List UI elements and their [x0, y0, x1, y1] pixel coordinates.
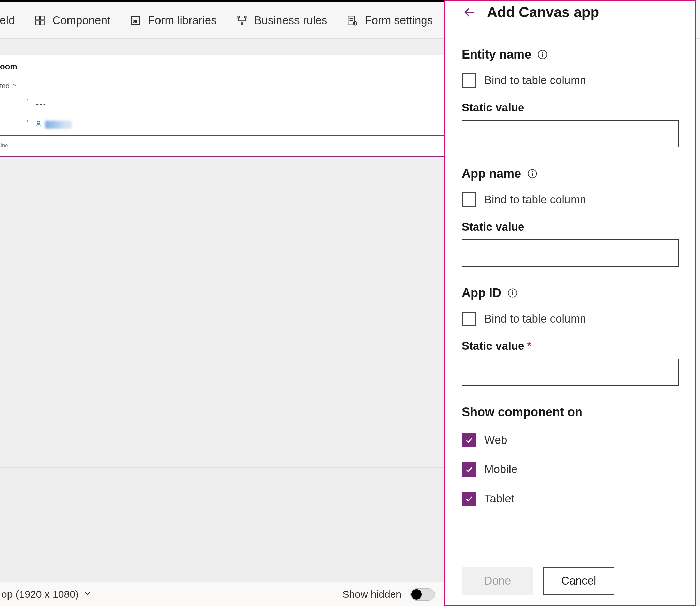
form-designer-toolbar: ield Component JS Form libraries [0, 2, 444, 39]
checkbox-unchecked[interactable] [462, 192, 476, 207]
person-icon [35, 120, 42, 129]
appid-static-input[interactable] [462, 359, 679, 386]
toolbar-business-rules[interactable]: Business rules [226, 2, 337, 38]
show-on-web-row[interactable]: Web [462, 433, 679, 447]
entity-static-input[interactable] [462, 120, 679, 147]
viewport-selector[interactable]: op (1920 x 1080) [1, 589, 92, 600]
field-type-hint: gle-line [0, 142, 9, 149]
svg-rect-2 [36, 21, 40, 25]
svg-point-13 [37, 121, 40, 124]
entity-name-heading: Entity name [462, 47, 531, 62]
svg-rect-0 [36, 16, 40, 20]
svg-point-12 [354, 21, 357, 25]
toolbar-form-settings[interactable]: Form settings [337, 2, 442, 38]
svg-rect-1 [41, 16, 44, 20]
checkbox-checked[interactable] [462, 433, 476, 447]
section-subheader-text: ted [0, 82, 10, 90]
app-id-block: App ID Bind to table column Static value… [462, 286, 679, 386]
appid-static-label: Static value* [462, 340, 679, 353]
svg-point-17 [542, 52, 543, 53]
back-arrow-icon[interactable] [462, 4, 477, 20]
appname-static-label: Static value [462, 220, 679, 233]
appid-bind-label: Bind to table column [484, 312, 586, 325]
form-canvas: oom ted * --- * gle-li [0, 55, 444, 157]
field-value-placeholder: --- [36, 141, 47, 150]
svg-point-20 [532, 171, 533, 172]
component-icon [34, 14, 46, 27]
panel-footer: Done Cancel [462, 555, 679, 605]
toolbar-business-rules-label: Business rules [254, 14, 328, 27]
chevron-down-icon [12, 82, 18, 90]
toolbar-form-settings-label: Form settings [365, 14, 433, 27]
svg-point-6 [238, 16, 240, 18]
app-name-heading: App name [462, 167, 521, 181]
owner-value-redacted [45, 121, 72, 129]
chevron-down-icon [83, 589, 92, 600]
checkbox-unchecked[interactable] [462, 312, 476, 326]
appname-bind-label: Bind to table column [484, 193, 586, 206]
show-on-mobile-label: Mobile [484, 463, 517, 476]
form-field-row-2[interactable]: * [0, 114, 444, 136]
appname-static-input[interactable] [462, 239, 679, 267]
app-name-block: App name Bind to table column Static val… [462, 167, 679, 267]
show-hidden-label: Show hidden [343, 589, 401, 600]
svg-rect-3 [41, 21, 44, 25]
business-rules-icon [236, 14, 248, 27]
toolbar-component-label: Component [52, 14, 110, 27]
canvas-empty-area [0, 467, 444, 583]
show-on-tablet-label: Tablet [484, 492, 514, 505]
section-header-text: oom [0, 62, 17, 72]
svg-text:JS: JS [133, 18, 137, 24]
form-field-row-1[interactable]: * --- [0, 93, 444, 114]
entity-bind-label: Bind to table column [484, 74, 586, 87]
svg-point-23 [512, 291, 513, 291]
show-on-mobile-row[interactable]: Mobile [462, 462, 679, 477]
svg-point-8 [241, 23, 243, 25]
required-indicator: * [27, 98, 28, 104]
entity-static-label: Static value [462, 101, 679, 114]
section-header[interactable]: oom [0, 55, 444, 79]
entity-bind-checkbox-row[interactable]: Bind to table column [462, 73, 679, 88]
entity-name-block: Entity name Bind to table column Static … [462, 47, 679, 147]
toolbar-field[interactable]: ield [0, 2, 24, 38]
checkbox-checked[interactable] [462, 492, 476, 506]
done-button: Done [462, 567, 533, 595]
cancel-button[interactable]: Cancel [543, 567, 614, 595]
svg-point-7 [244, 16, 246, 18]
info-icon[interactable] [537, 49, 548, 60]
toolbar-form-libraries[interactable]: JS Form libraries [120, 2, 226, 38]
right-gutter [696, 0, 700, 606]
panel-title: Add Canvas app [487, 4, 599, 20]
status-bar: op (1920 x 1080) Show hidden [0, 582, 444, 606]
right-gutter-top [696, 2, 700, 39]
info-icon[interactable] [527, 169, 537, 179]
form-field-row-3[interactable]: gle-line --- [0, 136, 444, 157]
app-id-heading: App ID [462, 286, 501, 300]
show-on-tablet-row[interactable]: Tablet [462, 492, 679, 506]
add-canvas-app-panel: Add Canvas app Entity name Bind to table… [444, 0, 696, 606]
js-icon: JS [130, 14, 142, 27]
section-subheader[interactable]: ted [0, 79, 444, 93]
info-icon[interactable] [507, 288, 518, 298]
form-settings-icon [346, 14, 359, 27]
show-on-web-label: Web [484, 434, 507, 447]
checkbox-checked[interactable] [462, 462, 476, 477]
toolbar-form-libraries-label: Form libraries [148, 14, 217, 27]
required-indicator: * [27, 119, 28, 125]
appname-bind-checkbox-row[interactable]: Bind to table column [462, 192, 679, 207]
field-value-placeholder: --- [36, 99, 47, 108]
show-hidden-toggle[interactable] [410, 588, 435, 601]
appid-bind-checkbox-row[interactable]: Bind to table column [462, 312, 679, 326]
show-on-heading: Show component on [462, 405, 679, 419]
toolbar-field-label: ield [0, 14, 15, 27]
viewport-label: op (1920 x 1080) [1, 589, 79, 600]
checkbox-unchecked[interactable] [462, 73, 476, 88]
toolbar-component[interactable]: Component [24, 2, 120, 38]
show-on-block: Show component on Web Mobile [462, 405, 679, 506]
